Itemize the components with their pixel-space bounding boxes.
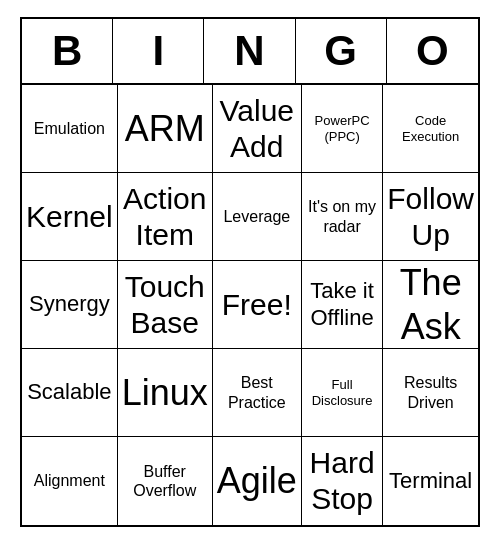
- cell-text: Best Practice: [217, 373, 297, 411]
- bingo-cell[interactable]: Linux: [118, 349, 213, 437]
- bingo-header: BINGO: [22, 19, 478, 85]
- bingo-card: BINGO EmulationARMValue AddPowerPC (PPC)…: [20, 17, 480, 527]
- bingo-cell[interactable]: Alignment: [22, 437, 118, 525]
- cell-text: Linux: [122, 371, 208, 414]
- cell-text: Synergy: [29, 291, 110, 317]
- bingo-cell[interactable]: Hard Stop: [302, 437, 383, 525]
- bingo-cell[interactable]: Free!: [213, 261, 302, 349]
- bingo-cell[interactable]: Full Disclosure: [302, 349, 383, 437]
- header-letter: I: [113, 19, 204, 83]
- cell-text: Follow Up: [387, 181, 474, 253]
- cell-text: Hard Stop: [306, 445, 378, 517]
- bingo-cell[interactable]: Value Add: [213, 85, 302, 173]
- cell-text: Full Disclosure: [306, 377, 378, 408]
- header-letter: B: [22, 19, 113, 83]
- header-letter: N: [204, 19, 295, 83]
- bingo-cell[interactable]: Agile: [213, 437, 302, 525]
- bingo-cell[interactable]: Synergy: [22, 261, 118, 349]
- cell-text: Code Execution: [387, 113, 474, 144]
- bingo-cell[interactable]: Results Driven: [383, 349, 478, 437]
- bingo-cell[interactable]: Emulation: [22, 85, 118, 173]
- bingo-cell[interactable]: PowerPC (PPC): [302, 85, 383, 173]
- cell-text: Value Add: [217, 93, 297, 165]
- cell-text: Touch Base: [122, 269, 208, 341]
- bingo-cell[interactable]: Best Practice: [213, 349, 302, 437]
- cell-text: Take it Offline: [306, 278, 378, 331]
- bingo-cell[interactable]: Terminal: [383, 437, 478, 525]
- cell-text: Scalable: [27, 379, 111, 405]
- bingo-cell[interactable]: The Ask: [383, 261, 478, 349]
- header-letter: G: [296, 19, 387, 83]
- cell-text: Agile: [217, 459, 297, 502]
- cell-text: PowerPC (PPC): [306, 113, 378, 144]
- cell-text: Alignment: [34, 471, 105, 490]
- bingo-cell[interactable]: Action Item: [118, 173, 213, 261]
- bingo-cell[interactable]: Touch Base: [118, 261, 213, 349]
- cell-text: Emulation: [34, 119, 105, 138]
- cell-text: Leverage: [223, 207, 290, 226]
- cell-text: Free!: [222, 287, 292, 323]
- bingo-cell[interactable]: It's on my radar: [302, 173, 383, 261]
- cell-text: Action Item: [122, 181, 208, 253]
- bingo-cell[interactable]: Follow Up: [383, 173, 478, 261]
- cell-text: Kernel: [26, 199, 113, 235]
- cell-text: Results Driven: [387, 373, 474, 411]
- header-letter: O: [387, 19, 478, 83]
- cell-text: The Ask: [387, 261, 474, 347]
- cell-text: It's on my radar: [306, 197, 378, 235]
- bingo-cell[interactable]: Leverage: [213, 173, 302, 261]
- bingo-cell[interactable]: Kernel: [22, 173, 118, 261]
- bingo-cell[interactable]: Code Execution: [383, 85, 478, 173]
- bingo-grid: EmulationARMValue AddPowerPC (PPC)Code E…: [22, 85, 478, 525]
- bingo-cell[interactable]: Scalable: [22, 349, 118, 437]
- bingo-cell[interactable]: Take it Offline: [302, 261, 383, 349]
- cell-text: Buffer Overflow: [122, 462, 208, 500]
- cell-text: Terminal: [389, 468, 472, 494]
- cell-text: ARM: [125, 107, 205, 150]
- bingo-cell[interactable]: Buffer Overflow: [118, 437, 213, 525]
- bingo-cell[interactable]: ARM: [118, 85, 213, 173]
